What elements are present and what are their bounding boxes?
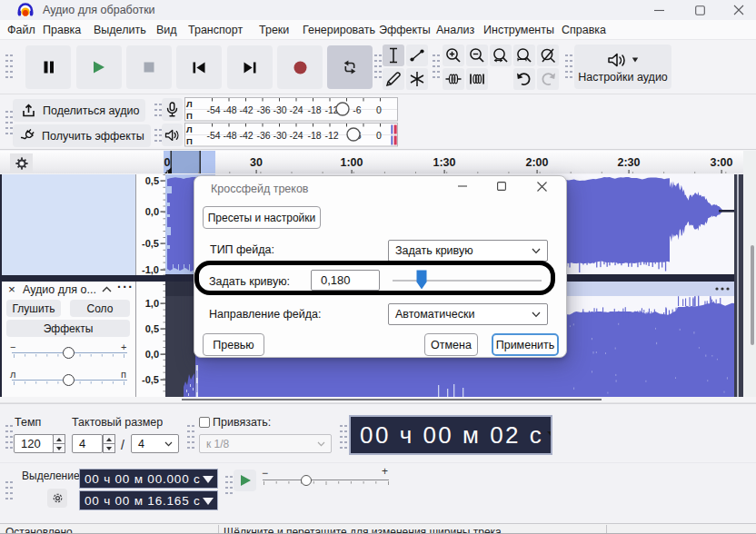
svg-text:П: П xyxy=(186,111,193,121)
svg-text:-24: -24 xyxy=(289,104,303,115)
svg-text:30: 30 xyxy=(250,156,263,169)
svg-text:1:00: 1:00 xyxy=(340,156,363,169)
svg-text:Л: Л xyxy=(186,99,193,109)
svg-text:2:30: 2:30 xyxy=(617,156,640,169)
svg-text:-18: -18 xyxy=(307,130,321,141)
svg-text:3:00: 3:00 xyxy=(710,156,732,169)
svg-text:-30: -30 xyxy=(273,130,286,141)
svg-text:-0,5: -0,5 xyxy=(142,374,159,385)
svg-text:0: 0 xyxy=(376,130,382,141)
svg-text:-36: -36 xyxy=(256,104,270,115)
svg-text:-30: -30 xyxy=(273,104,286,115)
svg-text:0,5: 0,5 xyxy=(145,175,159,186)
svg-text:-18: -18 xyxy=(307,104,321,115)
svg-text:-0,5: -0,5 xyxy=(142,238,159,249)
svg-text:1:30: 1:30 xyxy=(433,156,455,169)
svg-text:0,0: 0,0 xyxy=(145,349,159,360)
svg-text:П: П xyxy=(186,136,193,146)
svg-text:-48: -48 xyxy=(223,130,236,141)
svg-text:0: 0 xyxy=(164,156,171,169)
svg-text:-1,0: -1,0 xyxy=(142,264,159,275)
svg-text:-54: -54 xyxy=(206,130,220,141)
svg-text:-42: -42 xyxy=(239,130,253,141)
svg-text:0,0: 0,0 xyxy=(145,206,159,217)
svg-text:-42: -42 xyxy=(239,104,253,115)
svg-text:-6: -6 xyxy=(353,104,361,115)
svg-text:1,0: 1,0 xyxy=(145,298,159,309)
svg-text:-36: -36 xyxy=(256,130,270,141)
svg-text:0: 0 xyxy=(376,104,382,115)
svg-text:-12: -12 xyxy=(324,130,338,141)
svg-text:-48: -48 xyxy=(223,104,236,115)
svg-text:2:00: 2:00 xyxy=(525,156,548,169)
svg-text:-54: -54 xyxy=(206,104,220,115)
svg-text:-24: -24 xyxy=(289,130,303,141)
svg-text:0,5: 0,5 xyxy=(145,323,159,334)
svg-text:Л: Л xyxy=(186,124,193,134)
